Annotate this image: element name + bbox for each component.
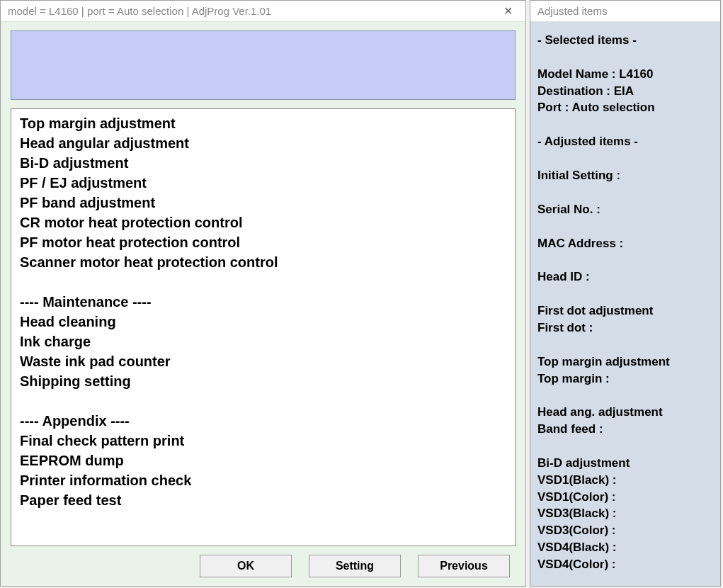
side-line: VSD3(Black) : <box>537 505 713 522</box>
side-line <box>537 218 713 235</box>
side-line: VSD4(Color) : <box>537 556 713 573</box>
side-line: Serial No. : <box>537 201 713 218</box>
list-item <box>20 272 506 292</box>
side-line: Model Name : L4160 <box>537 66 713 83</box>
side-line: Top margin adjustment <box>537 354 713 371</box>
list-item[interactable]: Final check pattern print <box>20 431 506 451</box>
button-row: OK Setting Previous <box>9 546 517 577</box>
list-item[interactable]: Head angular adjustment <box>20 133 506 153</box>
list-item[interactable]: EEPROM dump <box>20 451 506 470</box>
side-line <box>537 184 713 201</box>
side-line: Destination : EIA <box>537 83 713 100</box>
side-line: Head ang. adjustment <box>537 404 713 421</box>
side-title: Adjusted items <box>537 5 607 17</box>
list-item[interactable]: Shipping setting <box>20 371 506 391</box>
side-line: VSD1(Color) : <box>537 489 713 506</box>
list-item[interactable]: Bi-D adjustment <box>20 153 506 173</box>
list-item[interactable]: Ink charge <box>20 332 506 351</box>
side-line: First dot adjustment <box>537 303 713 320</box>
side-line <box>537 116 713 133</box>
side-line: VSD4(Black) : <box>537 539 713 556</box>
side-line <box>537 150 713 167</box>
close-icon[interactable]: ✕ <box>498 4 518 18</box>
side-line: Port : Auto selection <box>537 99 713 116</box>
side-titlebar: Adjusted items <box>530 1 720 22</box>
list-item <box>20 391 506 411</box>
ok-button[interactable]: OK <box>200 555 292 577</box>
side-line <box>537 285 713 303</box>
window-title: model = L4160 | port = Auto selection | … <box>8 5 271 17</box>
list-item[interactable]: Waste ink pad counter <box>20 351 506 371</box>
side-line: Top margin : <box>537 371 713 388</box>
adjustment-listbox[interactable]: Top margin adjustmentHead angular adjust… <box>11 108 516 546</box>
side-line: MAC Address : <box>537 235 713 252</box>
main-content: Top margin adjustmentHead angular adjust… <box>1 22 525 586</box>
list-item[interactable]: Scanner motor heat protection control <box>20 252 506 272</box>
previous-button[interactable]: Previous <box>418 555 510 577</box>
header-panel <box>11 30 516 100</box>
side-window: Adjusted items - Selected items -Model N… <box>530 0 721 587</box>
side-line <box>537 438 713 455</box>
side-line <box>537 337 713 354</box>
side-line: Initial Setting : <box>537 167 713 184</box>
side-line: First dot : <box>537 320 713 337</box>
side-line: Band feed : <box>537 421 713 438</box>
list-item[interactable]: ---- Maintenance ---- <box>20 292 506 312</box>
side-line <box>537 49 713 66</box>
side-line: Bi-D adjustment <box>537 455 713 472</box>
side-line: Head ID : <box>537 268 713 285</box>
side-line: VSD1(Black) : <box>537 472 713 489</box>
side-line: - Adjusted items - <box>537 133 713 150</box>
list-item[interactable]: Printer information check <box>20 470 506 490</box>
main-window: model = L4160 | port = Auto selection | … <box>0 0 526 587</box>
side-line: VSD3(Color) : <box>537 522 713 539</box>
list-item[interactable]: Head cleaning <box>20 312 506 332</box>
list-item[interactable]: ---- Appendix ---- <box>20 411 506 431</box>
list-item[interactable]: Paper feed test <box>20 490 506 510</box>
list-item[interactable]: PF motor heat protection control <box>20 232 506 252</box>
setting-button[interactable]: Setting <box>309 555 401 577</box>
adjusted-items-panel[interactable]: - Selected items -Model Name : L4160Dest… <box>530 22 720 586</box>
side-line <box>537 387 713 404</box>
list-item[interactable]: PF / EJ adjustment <box>20 173 506 193</box>
list-item[interactable]: CR motor heat protection control <box>20 213 506 232</box>
list-item[interactable]: PF band adjustment <box>20 193 506 213</box>
side-line: - Selected items - <box>537 32 713 49</box>
side-line <box>537 251 713 268</box>
titlebar: model = L4160 | port = Auto selection | … <box>1 1 525 22</box>
list-item[interactable]: Top margin adjustment <box>20 113 506 133</box>
